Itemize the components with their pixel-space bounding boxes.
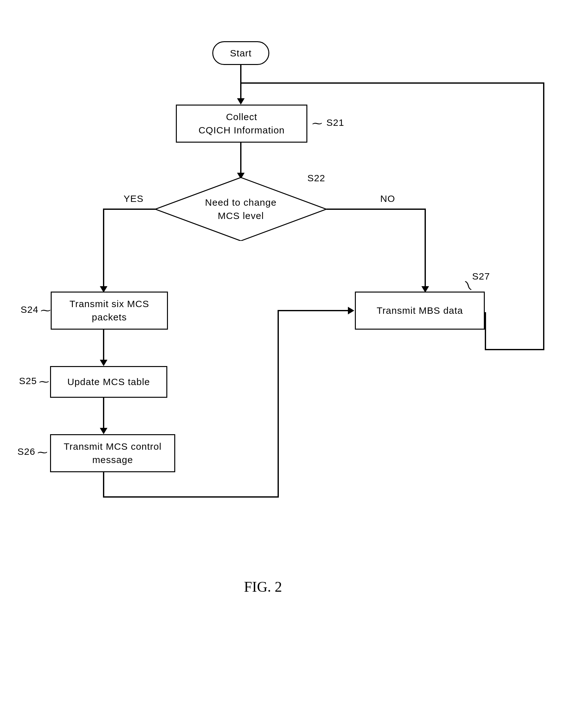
start-label: Start xyxy=(230,47,252,60)
no-vertical xyxy=(425,209,426,288)
arrow-s25-s26 xyxy=(103,398,104,429)
step-s21: Collect CQICH Information xyxy=(176,105,307,143)
s24-tilde: ⁓ xyxy=(41,304,51,316)
s21-label: S21 xyxy=(326,117,344,128)
s26-right xyxy=(103,496,279,498)
s27-label: S27 xyxy=(472,271,490,282)
feedback-horizontal xyxy=(240,82,544,84)
arrowhead-merge-s27 xyxy=(348,307,354,314)
s22-label: S22 xyxy=(307,173,325,184)
flowchart-container: Start Collect CQICH Information ⁓ S21 Ne… xyxy=(0,0,564,728)
no-label: NO xyxy=(380,193,395,204)
s26-text: Transmit MCS control message xyxy=(64,440,162,467)
s25-tilde: ⁓ xyxy=(39,376,49,388)
s27-text: Transmit MBS data xyxy=(377,304,463,317)
s25-text: Update MCS table xyxy=(67,375,150,389)
step-s27: Transmit MBS data xyxy=(355,292,485,330)
yes-horizontal xyxy=(103,209,157,210)
no-horizontal xyxy=(326,209,425,210)
s25-label: S25 xyxy=(19,376,37,386)
yes-label: YES xyxy=(124,193,144,204)
s26-down xyxy=(103,472,104,498)
feedback-up xyxy=(543,82,544,350)
s26-label: S26 xyxy=(17,446,35,457)
arrow-s21-s22 xyxy=(240,143,241,174)
step-s24: Transmit six MCS packets xyxy=(51,292,168,330)
s26-tilde: ⁓ xyxy=(37,446,48,458)
step-s25: Update MCS table xyxy=(50,366,167,398)
arrowhead-s25-s26 xyxy=(100,428,107,434)
yes-vertical xyxy=(103,209,104,288)
step-s26: Transmit MCS control message xyxy=(50,434,175,472)
s22-text: Need to change MCS level xyxy=(205,196,277,222)
start-terminal: Start xyxy=(212,41,269,65)
s24-text: Transmit six MCS packets xyxy=(69,297,149,324)
arrowhead-start-s21 xyxy=(237,98,245,105)
s27-down xyxy=(485,312,486,350)
step-s22-decision: Need to change MCS level xyxy=(155,177,326,241)
figure-label: FIG. 2 xyxy=(244,578,282,595)
merge-right xyxy=(278,310,349,311)
s21-text: Collect CQICH Information xyxy=(198,110,285,137)
merge-up xyxy=(278,310,279,498)
s24-label: S24 xyxy=(21,304,38,315)
arrow-s24-s25 xyxy=(103,330,104,361)
s27-right xyxy=(485,349,544,350)
arrowhead-s24-s25 xyxy=(100,360,107,366)
s21-tilde: ⁓ xyxy=(312,117,322,129)
